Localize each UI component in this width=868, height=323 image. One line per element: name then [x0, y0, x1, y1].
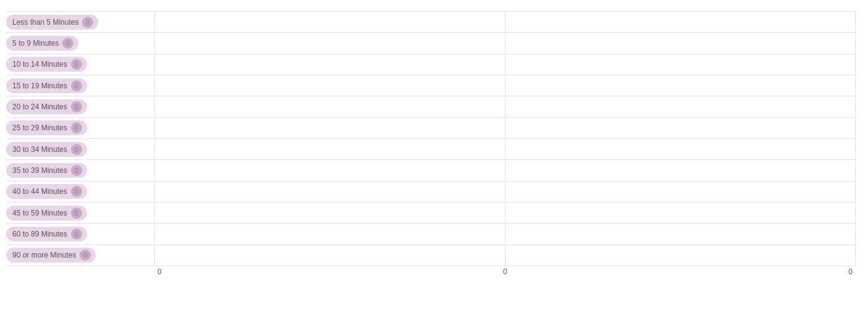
pill: 40 to 44 Minutes0 [6, 184, 87, 199]
pill-label: 25 to 29 Minutes [12, 124, 67, 132]
label-pill: Less than 5 Minutes0 [6, 15, 154, 30]
label-pill: 90 or more Minutes0 [6, 248, 154, 262]
bar-track [154, 56, 856, 73]
bar-row: 90 or more Minutes0 [6, 245, 856, 266]
bar-track [154, 34, 856, 52]
pill-value: 0 [71, 101, 82, 112]
label-pill: 30 to 34 Minutes0 [6, 142, 154, 157]
pill-label: 90 or more Minutes [12, 251, 76, 259]
bar-track [154, 119, 856, 137]
label-pill: 25 to 29 Minutes0 [6, 120, 154, 135]
bar-row: 45 to 59 Minutes0 [6, 203, 856, 224]
bar-row: 20 to 24 Minutes0 [6, 96, 856, 117]
bar-row: 10 to 14 Minutes0 [6, 54, 856, 75]
pill: 5 to 9 Minutes0 [6, 36, 78, 51]
pill: 30 to 34 Minutes0 [6, 142, 87, 157]
chart-area: Less than 5 Minutes05 to 9 Minutes010 to… [6, 11, 856, 266]
pill-value: 0 [71, 208, 82, 219]
label-pill: 5 to 9 Minutes0 [6, 36, 154, 51]
pill-label: 10 to 14 Minutes [12, 60, 67, 69]
bar-row: 30 to 34 Minutes0 [6, 139, 856, 160]
pill: 60 to 89 Minutes0 [6, 227, 87, 241]
pill-label: 60 to 89 Minutes [12, 230, 67, 238]
pill-value: 0 [62, 38, 73, 49]
pill-value: 0 [71, 186, 82, 197]
bar-track [154, 13, 856, 31]
pill-value: 0 [80, 250, 91, 261]
axis-labels: 000 [154, 267, 856, 276]
label-pill: 40 to 44 Minutes0 [6, 184, 154, 199]
pill-label: Less than 5 Minutes [12, 18, 78, 27]
pill-label: 5 to 9 Minutes [12, 39, 59, 48]
bar-row: 60 to 89 Minutes0 [6, 224, 856, 245]
pill: 15 to 19 Minutes0 [6, 78, 87, 93]
label-pill: 45 to 59 Minutes0 [6, 206, 154, 220]
bar-track [154, 77, 856, 94]
pill: 20 to 24 Minutes0 [6, 99, 87, 114]
axis-label: 0 [157, 267, 162, 276]
bar-row: 5 to 9 Minutes0 [6, 33, 856, 54]
pill: 10 to 14 Minutes0 [6, 57, 87, 72]
pill-label: 15 to 19 Minutes [12, 82, 67, 90]
label-pill: 60 to 89 Minutes0 [6, 227, 154, 241]
bar-track [154, 246, 856, 264]
bar-track [154, 98, 856, 115]
bar-row: 15 to 19 Minutes0 [6, 75, 856, 96]
pill-label: 40 to 44 Minutes [12, 187, 67, 196]
pill: 25 to 29 Minutes0 [6, 120, 87, 135]
pill-label: 45 to 59 Minutes [12, 209, 67, 217]
pill: Less than 5 Minutes0 [6, 15, 98, 30]
pill-value: 0 [82, 17, 93, 28]
axis-label: 0 [848, 267, 853, 276]
label-pill: 10 to 14 Minutes0 [6, 57, 154, 72]
bar-track [154, 225, 856, 243]
label-pill: 20 to 24 Minutes0 [6, 99, 154, 114]
pill-value: 0 [71, 165, 82, 176]
pill-label: 35 to 39 Minutes [12, 166, 67, 175]
label-pill: 15 to 19 Minutes0 [6, 78, 154, 93]
bar-track [154, 183, 856, 201]
pill-value: 0 [71, 144, 82, 155]
axis-row: 000 [6, 267, 856, 276]
bar-track [154, 204, 856, 222]
pill-value: 0 [71, 80, 82, 91]
bar-row: 35 to 39 Minutes0 [6, 160, 856, 181]
label-pill: 35 to 39 Minutes0 [6, 163, 154, 178]
pill: 90 or more Minutes0 [6, 248, 96, 262]
bar-row: Less than 5 Minutes0 [6, 11, 856, 33]
pill: 35 to 39 Minutes0 [6, 163, 87, 178]
pill: 45 to 59 Minutes0 [6, 206, 87, 220]
bar-track [154, 161, 856, 179]
pill-label: 30 to 34 Minutes [12, 145, 67, 154]
pill-value: 0 [71, 59, 82, 70]
bar-row: 40 to 44 Minutes0 [6, 182, 856, 203]
bar-track [154, 140, 856, 158]
bar-row: 25 to 29 Minutes0 [6, 118, 856, 139]
axis-label: 0 [503, 267, 507, 276]
chart-container: Less than 5 Minutes05 to 9 Minutes010 to… [0, 0, 868, 323]
pill-value: 0 [71, 229, 82, 240]
pill-label: 20 to 24 Minutes [12, 103, 67, 111]
pill-value: 0 [71, 122, 82, 133]
